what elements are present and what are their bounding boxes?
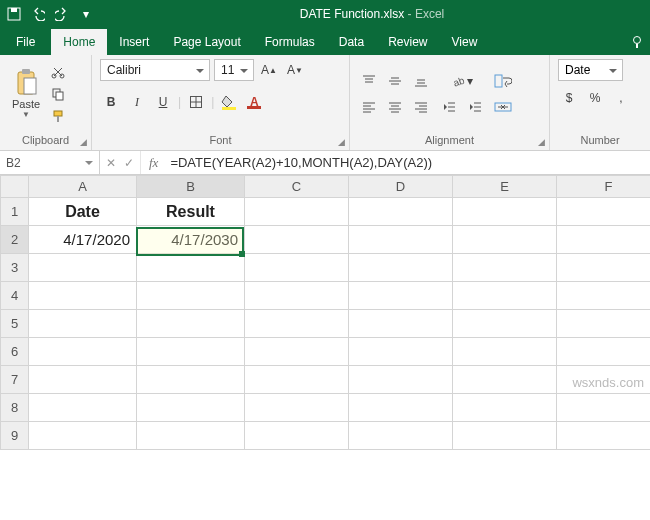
- cell[interactable]: [29, 338, 137, 366]
- row-header[interactable]: 5: [1, 310, 29, 338]
- wrap-text-icon[interactable]: [492, 70, 514, 92]
- cell[interactable]: 4/17/2030: [137, 226, 245, 254]
- col-header-E[interactable]: E: [453, 176, 557, 198]
- formula-input[interactable]: =DATE(YEAR(A2)+10,MONTH(A2),DAY(A2)): [166, 151, 650, 174]
- cell[interactable]: [245, 226, 349, 254]
- select-all-corner[interactable]: [1, 176, 29, 198]
- tab-page-layout[interactable]: Page Layout: [161, 29, 252, 55]
- cell[interactable]: [245, 282, 349, 310]
- cell[interactable]: [453, 394, 557, 422]
- row-header[interactable]: 6: [1, 338, 29, 366]
- align-left-icon[interactable]: [358, 96, 380, 118]
- save-icon[interactable]: [6, 6, 22, 22]
- launcher-icon[interactable]: ◢: [80, 137, 87, 147]
- cell[interactable]: [29, 254, 137, 282]
- col-header-B[interactable]: B: [137, 176, 245, 198]
- border-icon[interactable]: [185, 91, 207, 113]
- cell[interactable]: [245, 422, 349, 450]
- copy-icon[interactable]: [50, 86, 66, 102]
- cell[interactable]: [557, 282, 651, 310]
- cell[interactable]: [557, 254, 651, 282]
- bold-button[interactable]: B: [100, 91, 122, 113]
- align-top-icon[interactable]: [358, 70, 380, 92]
- cell[interactable]: 4/17/2020: [29, 226, 137, 254]
- cell[interactable]: [349, 254, 453, 282]
- cell[interactable]: [349, 226, 453, 254]
- cell[interactable]: [349, 282, 453, 310]
- row-header[interactable]: 4: [1, 282, 29, 310]
- cell[interactable]: [349, 198, 453, 226]
- align-bottom-icon[interactable]: [410, 70, 432, 92]
- col-header-A[interactable]: A: [29, 176, 137, 198]
- cell[interactable]: [29, 366, 137, 394]
- launcher-icon[interactable]: ◢: [338, 137, 345, 147]
- cancel-formula-icon[interactable]: ✕: [106, 156, 116, 170]
- worksheet-grid[interactable]: A B C D E F 1 Date Result 2 4/17/2020 4/…: [0, 175, 650, 450]
- cell[interactable]: [453, 282, 557, 310]
- cut-icon[interactable]: [50, 64, 66, 80]
- cell[interactable]: [245, 394, 349, 422]
- cell[interactable]: [29, 282, 137, 310]
- cell[interactable]: [29, 422, 137, 450]
- cell[interactable]: [245, 310, 349, 338]
- align-center-icon[interactable]: [384, 96, 406, 118]
- row-header[interactable]: 9: [1, 422, 29, 450]
- cell[interactable]: [453, 338, 557, 366]
- tab-view[interactable]: View: [440, 29, 490, 55]
- tab-formulas[interactable]: Formulas: [253, 29, 327, 55]
- row-header[interactable]: 3: [1, 254, 29, 282]
- tell-me-icon[interactable]: [624, 35, 650, 55]
- cell[interactable]: [453, 366, 557, 394]
- cell[interactable]: [557, 422, 651, 450]
- decrease-font-icon[interactable]: A▼: [284, 59, 306, 81]
- orientation-icon[interactable]: ab▾: [438, 70, 486, 92]
- cell[interactable]: Result: [137, 198, 245, 226]
- italic-button[interactable]: I: [126, 91, 148, 113]
- cell[interactable]: [453, 310, 557, 338]
- fx-icon[interactable]: fx: [141, 151, 166, 174]
- font-name-combo[interactable]: Calibri: [100, 59, 210, 81]
- cell[interactable]: [245, 254, 349, 282]
- col-header-C[interactable]: C: [245, 176, 349, 198]
- increase-font-icon[interactable]: A▲: [258, 59, 280, 81]
- tab-insert[interactable]: Insert: [107, 29, 161, 55]
- percent-icon[interactable]: %: [584, 87, 606, 109]
- cell[interactable]: [29, 310, 137, 338]
- cell[interactable]: [245, 198, 349, 226]
- row-header[interactable]: 1: [1, 198, 29, 226]
- redo-icon[interactable]: [54, 6, 70, 22]
- cell[interactable]: [245, 366, 349, 394]
- increase-indent-icon[interactable]: [464, 96, 486, 118]
- align-right-icon[interactable]: [410, 96, 432, 118]
- comma-icon[interactable]: ,: [610, 87, 632, 109]
- cell[interactable]: [557, 394, 651, 422]
- merge-center-icon[interactable]: [492, 96, 514, 118]
- number-format-combo[interactable]: Date: [558, 59, 623, 81]
- col-header-F[interactable]: F: [557, 176, 651, 198]
- col-header-D[interactable]: D: [349, 176, 453, 198]
- cell[interactable]: [137, 254, 245, 282]
- cell[interactable]: [137, 310, 245, 338]
- cell[interactable]: [453, 198, 557, 226]
- cell[interactable]: Date: [29, 198, 137, 226]
- currency-icon[interactable]: $: [558, 87, 580, 109]
- qat-customize-icon[interactable]: ▾: [78, 6, 94, 22]
- cell[interactable]: [349, 338, 453, 366]
- cell[interactable]: [557, 338, 651, 366]
- cell[interactable]: [245, 338, 349, 366]
- cell[interactable]: [557, 226, 651, 254]
- cell[interactable]: [137, 422, 245, 450]
- format-painter-icon[interactable]: [50, 108, 66, 124]
- cell[interactable]: [557, 310, 651, 338]
- cell[interactable]: [29, 394, 137, 422]
- cell[interactable]: [137, 338, 245, 366]
- cell[interactable]: [137, 282, 245, 310]
- row-header[interactable]: 2: [1, 226, 29, 254]
- tab-data[interactable]: Data: [327, 29, 376, 55]
- undo-icon[interactable]: [30, 6, 46, 22]
- tab-review[interactable]: Review: [376, 29, 439, 55]
- cell[interactable]: [557, 198, 651, 226]
- row-header[interactable]: 8: [1, 394, 29, 422]
- paste-button[interactable]: Paste ▼: [8, 66, 44, 121]
- fill-color-icon[interactable]: [218, 91, 240, 113]
